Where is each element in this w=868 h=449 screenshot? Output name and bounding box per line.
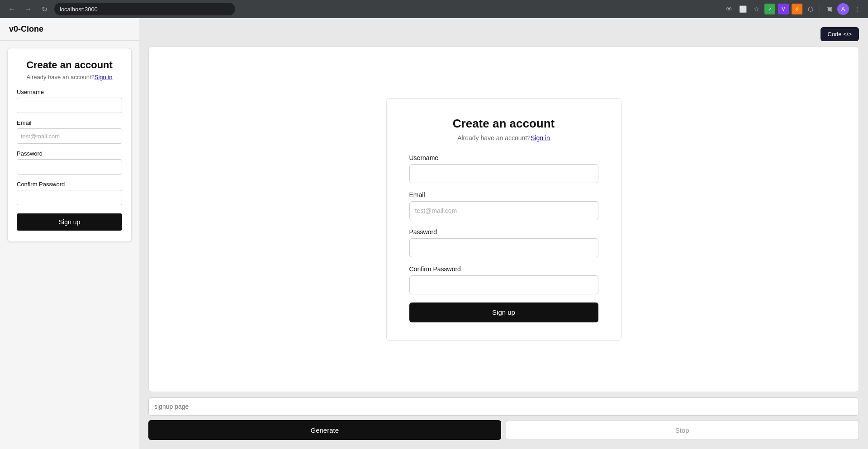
form-password-input[interactable]	[409, 238, 598, 257]
eye-icon[interactable]: 👁	[724, 4, 735, 14]
form-username-input[interactable]	[409, 164, 598, 183]
left-sidebar: v0-Clone Create an account Already have …	[0, 18, 139, 449]
forward-button[interactable]: →	[22, 3, 34, 15]
form-confirm-password-input[interactable]	[409, 275, 598, 294]
action-buttons: Generate Stop	[148, 420, 859, 440]
user-avatar[interactable]: A	[837, 3, 849, 15]
preview-email-label: Email	[17, 119, 122, 126]
preview-username-label: Username	[17, 89, 122, 95]
back-button[interactable]: ←	[5, 3, 18, 15]
top-bar: Code </>	[148, 27, 859, 41]
form-confirm-password-label: Confirm Password	[409, 265, 598, 273]
browser-toolbar: 👁 ⬜ ☆ ✓ V ⚡ ⬡ ▣ A ⋮	[724, 3, 863, 15]
form-card: Create an account Already have an accoun…	[386, 98, 621, 341]
browser-chrome: ← → ↻ 👁 ⬜ ☆ ✓ V ⚡ ⬡ ▣ A ⋮	[0, 0, 868, 18]
star-icon[interactable]: ☆	[751, 4, 762, 14]
preview-card: Create an account Already have an accoun…	[7, 48, 132, 242]
form-title: Create an account	[409, 117, 598, 131]
extension-violet-icon[interactable]: V	[778, 4, 789, 14]
main-layout: v0-Clone Create an account Already have …	[0, 18, 868, 449]
preview-area: Create an account Already have an accoun…	[148, 47, 859, 392]
preview-form-title: Create an account	[17, 59, 122, 71]
form-email-label: Email	[409, 191, 598, 199]
code-button[interactable]: Code </>	[821, 27, 859, 41]
prompt-input[interactable]	[148, 397, 859, 416]
extension-orange-icon[interactable]: ⚡	[792, 4, 802, 14]
preview-confirm-password-input[interactable]	[17, 190, 122, 205]
form-password-label: Password	[409, 228, 598, 236]
separator	[820, 5, 820, 14]
extension-green-icon[interactable]: ✓	[764, 4, 775, 14]
form-email-input[interactable]	[409, 201, 598, 220]
preview-email-input[interactable]	[17, 128, 122, 144]
form-username-label: Username	[409, 154, 598, 161]
cast-icon[interactable]: ⬜	[737, 4, 748, 14]
preview-password-label: Password	[17, 150, 122, 157]
puzzle-icon[interactable]: ⬡	[805, 4, 816, 14]
form-signin-text: Already have an account?Sign in	[409, 134, 598, 142]
reload-button[interactable]: ↻	[38, 3, 51, 15]
menu-icon[interactable]: ⋮	[852, 4, 863, 14]
sidebar-toggle-icon[interactable]: ▣	[824, 4, 835, 14]
preview-password-input[interactable]	[17, 159, 122, 175]
form-signin-link[interactable]: Sign in	[531, 134, 550, 142]
bottom-controls: Generate Stop	[148, 397, 859, 440]
sidebar-title: v0-Clone	[0, 18, 139, 41]
preview-username-input[interactable]	[17, 98, 122, 113]
preview-confirm-password-label: Confirm Password	[17, 181, 122, 188]
main-content: Code </> Create an account Already have …	[139, 18, 868, 449]
generate-button[interactable]: Generate	[148, 420, 501, 440]
preview-signup-button[interactable]: Sign up	[17, 213, 122, 231]
preview-signin-link[interactable]: Sign in	[95, 74, 113, 80]
address-bar[interactable]	[54, 3, 235, 15]
preview-signin-text: Already have an account?Sign in	[17, 74, 122, 80]
form-signup-button[interactable]: Sign up	[409, 302, 598, 322]
stop-button[interactable]: Stop	[506, 420, 859, 440]
